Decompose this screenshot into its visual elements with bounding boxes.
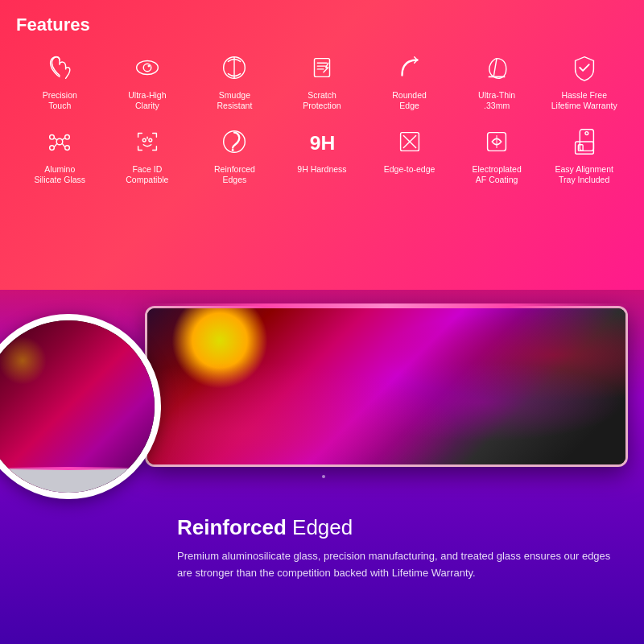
feature-electroplated: ElectroplatedAF Coating <box>453 124 541 185</box>
svg-point-13 <box>50 146 55 151</box>
lightning-icon <box>304 50 340 85</box>
feature-alumino-silicate: AluminoSilicate Glass <box>16 124 104 185</box>
svg-line-16 <box>62 138 65 141</box>
reinforced-title-bold: Reinforced <box>177 515 287 539</box>
svg-line-17 <box>55 143 58 147</box>
leaf-icon <box>479 50 514 85</box>
x-box-icon <box>392 124 427 159</box>
svg-point-31 <box>585 132 588 135</box>
circle-slash-icon <box>217 50 252 85</box>
svg-point-2 <box>147 65 150 68</box>
svg-point-22 <box>224 131 246 153</box>
text-section: Reinforced Edged Premium aluminosilicate… <box>0 499 644 644</box>
svg-point-20 <box>149 138 152 142</box>
face-scan-icon <box>130 124 165 159</box>
9h-icon: 9H <box>304 124 340 159</box>
ipad-edge-highlight <box>142 303 630 308</box>
svg-point-0 <box>137 60 159 74</box>
svg-point-12 <box>65 135 70 140</box>
circle-zoom <box>0 314 161 499</box>
feature-hassle-free: Hassle FreeLifetime Warranty <box>540 50 628 111</box>
reinforced-description: Premium aluminosilicate glass, precision… <box>177 548 620 582</box>
feature-precision-touch: PrecisionTouch <box>16 50 104 111</box>
finger-icon <box>42 50 77 85</box>
easy-alignment-label: Easy AlignmentTray Included <box>555 164 613 185</box>
feature-9h-hardness: 9H 9H Hardness <box>279 124 366 185</box>
svg-point-14 <box>65 146 70 151</box>
feature-smudge-resistant: SmudgeResistant <box>191 50 279 111</box>
svg-line-18 <box>62 143 65 147</box>
eye-icon <box>130 50 165 85</box>
svg-rect-30 <box>580 130 593 151</box>
face-id-label: Face IDCompatible <box>126 164 168 185</box>
ipad-device <box>145 306 628 467</box>
ultra-thin-label: Ultra-Thin.33mm <box>478 90 515 111</box>
leaf-outline-icon <box>479 124 514 159</box>
ultra-high-clarity-label: Ultra-HighClarity <box>128 90 166 111</box>
feature-rounded-edge: RoundedEdge <box>365 50 453 111</box>
rounded-edge-label: RoundedEdge <box>392 90 427 111</box>
hassle-free-label: Hassle FreeLifetime Warranty <box>551 90 617 111</box>
circle-cross-icon <box>217 124 252 159</box>
reinforced-title-rest: Edged <box>287 515 353 539</box>
feature-ultra-high-clarity: Ultra-HighClarity <box>104 50 192 111</box>
curve-icon <box>392 50 427 85</box>
molecule-icon <box>42 124 77 159</box>
svg-text:9H: 9H <box>310 132 336 154</box>
svg-line-15 <box>55 138 58 141</box>
feature-scratch-protection: ScratchProtection <box>279 50 366 111</box>
shield-icon <box>567 50 602 85</box>
page-wrapper: Features PrecisionTouch <box>0 0 644 644</box>
top-section: Features PrecisionTouch <box>0 0 644 290</box>
feature-reinforced-edges: ReinforcedEdges <box>191 124 279 185</box>
precision-touch-label: PrecisionTouch <box>43 90 77 111</box>
feature-edge-to-edge: Edge-to-edge <box>365 124 453 185</box>
phone-tray-icon <box>567 124 602 159</box>
svg-point-1 <box>143 64 151 72</box>
feature-easy-alignment: Easy AlignmentTray Included <box>540 124 628 185</box>
svg-point-23 <box>232 149 234 151</box>
alumino-silicate-label: AluminoSilicate Glass <box>34 164 85 185</box>
scratch-protection-label: ScratchProtection <box>303 90 341 111</box>
bottom-section: Reinforced Edged Premium aluminosilicate… <box>0 290 644 644</box>
svg-point-11 <box>50 135 55 140</box>
circle-zoom-content <box>0 320 155 493</box>
feature-face-id: Face IDCompatible <box>104 124 192 185</box>
reinforced-edges-label: ReinforcedEdges <box>214 164 255 185</box>
svg-point-19 <box>142 138 146 142</box>
smudge-resistant-label: SmudgeResistant <box>217 90 253 111</box>
edge-to-edge-label: Edge-to-edge <box>384 164 436 175</box>
feature-ultra-thin: Ultra-Thin.33mm <box>453 50 541 111</box>
9h-hardness-label: 9H Hardness <box>297 164 346 175</box>
features-title: Features <box>16 14 628 35</box>
ipad-screen <box>147 308 625 464</box>
reinforced-title: Reinforced Edged <box>177 515 620 540</box>
indicator-dot <box>322 475 325 478</box>
features-grid-row1: PrecisionTouch Ultra-HighClarity <box>16 50 628 186</box>
electroplated-label: ElectroplatedAF Coating <box>472 164 521 185</box>
corner-edge <box>0 467 138 470</box>
